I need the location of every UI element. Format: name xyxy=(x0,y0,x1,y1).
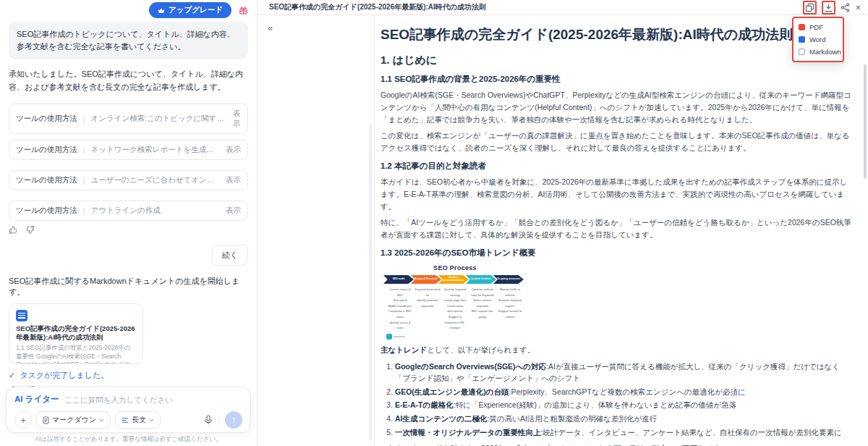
length-chip[interactable]: 長文 xyxy=(115,411,161,429)
close-icon[interactable]: × xyxy=(855,3,861,12)
show-button[interactable]: 表示 xyxy=(232,109,241,128)
show-button[interactable]: 表示 xyxy=(226,206,241,216)
ai-disclaimer: AIは誤答することがあります。重要な情報は必ずご確認ください。 xyxy=(0,435,257,444)
markdown-mode-chip[interactable]: マークダウン xyxy=(36,411,111,429)
toc-scrollbar[interactable] xyxy=(369,124,372,440)
download-icon[interactable] xyxy=(824,3,833,12)
toc-item[interactable] xyxy=(268,171,365,177)
annotation-box-download xyxy=(822,1,835,14)
tool-usage-list: ツールの使用方法 | オンライン検索:このトピックに関する基本情報、最新の要件、… xyxy=(9,104,248,220)
length-chip-label: 長文 xyxy=(132,415,146,425)
toc-item[interactable] xyxy=(268,190,365,196)
figure-logo xyxy=(386,334,524,340)
toc-item[interactable] xyxy=(268,88,365,95)
tool-row-description: ネットワーク検索レポートを生成する xyxy=(90,145,220,155)
toc-item[interactable] xyxy=(268,222,365,228)
toc-item[interactable] xyxy=(268,139,365,146)
trend-list-item: GEO(生成エンジン最適化)の台頭:Perplexity、SearchGPTなど… xyxy=(395,386,852,397)
export-dropdown-menu: PDF Word Markdown xyxy=(792,17,844,62)
tool-row-description: アウトラインの作成 xyxy=(90,206,220,216)
tool-usage-row: ツールの使用方法 | ネットワーク検索レポートを生成する 表示 xyxy=(9,140,248,160)
gift-icon[interactable] xyxy=(239,6,248,15)
trend-list-item: E-E-A-Tの厳格化:特に「Experience(経験)」の追加により、体験を… xyxy=(395,399,852,411)
section-1-heading: 1. はじめに xyxy=(380,54,852,67)
document-card[interactable]: SEO記事作成の完全ガイド(2025-2026年最新版):AI時代の成功法則 1… xyxy=(9,303,143,364)
microphone-icon[interactable] xyxy=(204,415,213,425)
toc-item[interactable] xyxy=(268,114,365,120)
tool-row-separator: | xyxy=(83,146,85,154)
composer-input-row: AI ライター xyxy=(14,394,242,405)
toc-item[interactable] xyxy=(268,253,365,260)
upgrade-label: アップグレード xyxy=(169,5,223,15)
export-menu-item[interactable]: PDF xyxy=(799,21,838,33)
export-menu-item[interactable]: Markdown xyxy=(799,46,838,58)
toc-item[interactable] xyxy=(268,203,365,209)
step-detail-lines: Monitor traffic to website Examine keywo… xyxy=(496,287,524,320)
toc-item[interactable] xyxy=(268,95,365,101)
tool-row-description: ユーザーのニーズに合わせてオンラインで画像を検索する xyxy=(90,175,220,185)
seo-process-step: On-going measures Monitor traffic to web… xyxy=(496,275,524,331)
divider xyxy=(218,415,219,425)
copy-icon[interactable] xyxy=(805,3,814,12)
export-menu-item[interactable]: Word xyxy=(799,33,838,46)
toc-item[interactable] xyxy=(268,63,365,70)
toc-item[interactable] xyxy=(268,215,365,222)
toc-item[interactable] xyxy=(268,266,365,273)
toc-item[interactable] xyxy=(268,247,365,253)
attach-button[interactable]: + xyxy=(14,411,32,429)
viewer-actions: × xyxy=(803,1,861,14)
message-input[interactable] xyxy=(65,395,242,404)
markdown-chip-label: マークダウン xyxy=(52,415,96,425)
toc-item[interactable] xyxy=(268,228,365,235)
tool-row-separator: | xyxy=(83,114,85,123)
file-format-icon xyxy=(799,24,805,30)
tool-row-prefix: ツールの使用方法 xyxy=(16,175,77,185)
toc-item[interactable] xyxy=(268,260,365,266)
article-scrollbar[interactable] xyxy=(864,64,867,179)
toc-item[interactable] xyxy=(268,75,365,82)
toc-item[interactable] xyxy=(268,196,365,203)
toc-item[interactable] xyxy=(268,235,365,241)
toc-item[interactable] xyxy=(268,177,365,184)
show-button[interactable]: 表示 xyxy=(226,145,241,155)
toc-item[interactable] xyxy=(268,164,365,171)
show-button[interactable]: 表示 xyxy=(226,175,241,185)
export-menu-item-label: PDF xyxy=(809,23,823,31)
check-icon: ✓ xyxy=(9,371,15,380)
toc-item[interactable] xyxy=(268,120,365,127)
trend-lead-rest: として、以下が挙げられます。 xyxy=(427,345,535,354)
toc-item[interactable] xyxy=(268,152,365,159)
send-button[interactable]: ↑ xyxy=(225,411,242,429)
text-length-icon xyxy=(122,417,129,424)
upgrade-button[interactable]: アップグレード xyxy=(149,2,231,18)
crown-icon xyxy=(158,7,165,14)
paragraph: 特に、「AIツールをどう活用するか」「競合との差別化をどう図るか」「ユーザーの信… xyxy=(380,216,852,241)
collapse-sidebar-icon[interactable]: « xyxy=(268,22,273,33)
trend-item-text: :Perplexity、SearchGPTなど複数の検索エンジンへの最適化が必須… xyxy=(509,387,746,396)
thumbs-up-icon[interactable] xyxy=(9,225,18,235)
toc-item[interactable] xyxy=(268,50,365,56)
toc-item[interactable] xyxy=(268,56,365,63)
toc-item[interactable] xyxy=(268,82,365,88)
toc-item[interactable] xyxy=(268,43,365,50)
toc-item[interactable] xyxy=(268,127,365,133)
thumbs-down-icon[interactable] xyxy=(25,225,35,235)
feedback-row xyxy=(9,225,248,235)
chevron-down-icon xyxy=(149,418,154,422)
ai-writer-label: AI ライター xyxy=(14,394,59,405)
chevron-down-icon xyxy=(99,418,104,422)
continue-button[interactable]: 続く xyxy=(212,245,248,266)
paragraph: 主なトレンドとして、以下が挙げられます。 xyxy=(380,344,852,356)
task-status: ✓ タスクが完了しました。 xyxy=(9,370,248,381)
tool-row-prefix: ツールの使用方法 xyxy=(16,145,77,155)
trend-item-strong: E-E-A-Tの厳格化 xyxy=(395,400,454,409)
toc-panel: « xyxy=(258,15,375,446)
toc-item[interactable] xyxy=(268,146,365,152)
share-icon[interactable] xyxy=(841,3,850,12)
section-1-2-heading: 1.2 本記事の目的と対象読者 xyxy=(380,161,852,172)
tool-usage-row: ツールの使用方法 | アウトラインの作成 表示 xyxy=(9,201,248,221)
annotation-box-copy xyxy=(803,1,817,14)
seo-process-step: Content Creation Optimize website copy f… xyxy=(469,275,496,331)
document-card-title: SEO記事作成の完全ガイド(2025-2026年最新版):AI時代の成功法則 xyxy=(16,324,136,342)
toc-item[interactable] xyxy=(268,107,365,114)
